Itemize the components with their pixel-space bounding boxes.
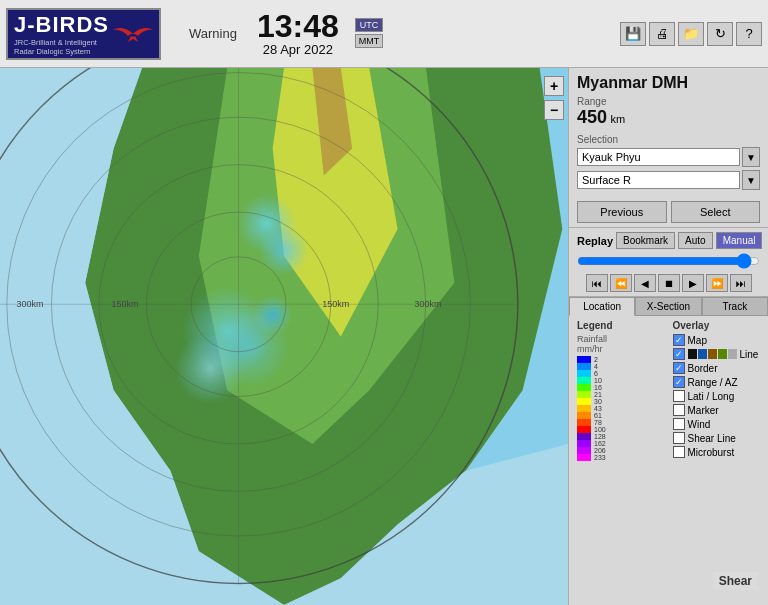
legend-value-item: 128 xyxy=(594,433,606,440)
overlay-item: Shear Line xyxy=(673,432,761,444)
refresh-icon[interactable]: ↻ xyxy=(707,22,733,46)
logo-title: J-BIRDS xyxy=(14,12,109,38)
mmt-button[interactable]: MMT xyxy=(355,34,384,48)
overlay-checkbox[interactable] xyxy=(673,390,685,402)
tab-location[interactable]: Location xyxy=(569,297,635,316)
station-name: Myanmar DMH xyxy=(569,68,768,94)
overlay-checkbox[interactable]: ✓ xyxy=(673,348,685,360)
replay-section: Replay Bookmark Auto Manual ⏮ ⏪ ◀ ⏹ ▶ ⏩ … xyxy=(569,227,768,296)
print-icon[interactable]: 🖨 xyxy=(649,22,675,46)
folder-icon[interactable]: 📁 xyxy=(678,22,704,46)
overlay-item-label: Wind xyxy=(688,419,711,430)
fast-forward-button[interactable]: ⏩ xyxy=(706,274,728,292)
legend-title: Legend xyxy=(577,320,665,331)
legend-subtitle: Rainfallmm/hr xyxy=(577,334,665,354)
color-bar-item xyxy=(577,370,591,377)
overlay-checkbox[interactable]: ✓ xyxy=(673,334,685,346)
legend-values: 23320616212810078614330211610642 xyxy=(594,356,606,461)
logo-area: J-BIRDS JRC-Brilliant & Intelligent Rada… xyxy=(6,8,161,60)
overlay-item-label: Line xyxy=(740,349,759,360)
select-button[interactable]: Select xyxy=(671,201,761,223)
legend-bar: 23320616212810078614330211610642 xyxy=(577,356,665,461)
overlay-item-label: Marker xyxy=(688,405,719,416)
color-bar-item xyxy=(577,426,591,433)
data-assistance-section: Location X-Section Track xyxy=(569,296,768,316)
manual-button[interactable]: Manual xyxy=(716,232,763,249)
play-button[interactable]: ▶ xyxy=(682,274,704,292)
location1-row: Kyauk Phyu ▼ xyxy=(577,147,760,167)
warning-area: Warning xyxy=(189,26,237,41)
stop-button[interactable]: ⏹ xyxy=(658,274,680,292)
overlay-checkbox[interactable]: ✓ xyxy=(673,376,685,388)
overlay-item: ✓Map xyxy=(673,334,761,346)
legend-value-item: 162 xyxy=(594,440,606,447)
nav-buttons: Previous Select xyxy=(569,197,768,227)
legend-value-item: 21 xyxy=(594,391,606,398)
zoom-in-button[interactable]: + xyxy=(544,76,564,96)
color-bar-item xyxy=(577,405,591,412)
tab-xsection[interactable]: X-Section xyxy=(635,297,701,316)
auto-button[interactable]: Auto xyxy=(678,232,713,249)
legend-section: Legend Rainfallmm/hr 2332061621281007861… xyxy=(569,316,768,465)
legend-value-item: 10 xyxy=(594,377,606,384)
range-section: Range 450 km xyxy=(569,94,768,130)
step-back-button[interactable]: ◀ xyxy=(634,274,656,292)
replay-label: Replay xyxy=(577,235,613,247)
replay-slider[interactable] xyxy=(577,255,760,267)
data-assistance-tabs: Location X-Section Track xyxy=(569,297,768,316)
legend-value-item: 233 xyxy=(594,454,606,461)
utc-button[interactable]: UTC xyxy=(355,18,384,32)
line-swatch xyxy=(718,349,727,359)
overlay-item: ✓Border xyxy=(673,362,761,374)
color-bar-item xyxy=(577,412,591,419)
overlay-item-label: Border xyxy=(688,363,718,374)
previous-button[interactable]: Previous xyxy=(577,201,667,223)
color-bar-item xyxy=(577,356,591,363)
location1-dropdown[interactable]: ▼ xyxy=(742,147,760,167)
color-bar-item xyxy=(577,391,591,398)
range-unit: km xyxy=(610,113,625,125)
legend-value-item: 100 xyxy=(594,426,606,433)
overlay-checkbox[interactable]: ✓ xyxy=(673,362,685,374)
save-icon[interactable]: 💾 xyxy=(620,22,646,46)
skip-end-button[interactable]: ⏭ xyxy=(730,274,752,292)
overlay-checkbox[interactable] xyxy=(673,404,685,416)
line-swatch xyxy=(688,349,697,359)
legend-value-item: 61 xyxy=(594,412,606,419)
line-swatch xyxy=(708,349,717,359)
toolbar-icons: 💾 🖨 📁 ↻ ? xyxy=(620,22,762,46)
legend-column: Legend Rainfallmm/hr 2332061621281007861… xyxy=(577,320,665,461)
color-bar-item xyxy=(577,447,591,454)
zoom-out-button[interactable]: − xyxy=(544,100,564,120)
main-content: + − Myanmar DMH Range 450 km Selection K… xyxy=(0,68,768,605)
location2-field[interactable]: Surface R xyxy=(577,171,740,189)
overlay-item: Marker xyxy=(673,404,761,416)
skip-start-button[interactable]: ⏮ xyxy=(586,274,608,292)
overlay-checkbox[interactable] xyxy=(673,432,685,444)
overlay-items: ✓Map✓Line✓Border✓Range / AZLati / LongMa… xyxy=(673,334,761,458)
replay-slider-area xyxy=(577,253,760,272)
help-icon[interactable]: ? xyxy=(736,22,762,46)
tab-track[interactable]: Track xyxy=(702,297,768,316)
radar-canvas xyxy=(0,68,568,605)
legend-value-item: 2 xyxy=(594,356,606,363)
overlay-checkbox[interactable] xyxy=(673,418,685,430)
utc-mmt-area: UTC MMT xyxy=(355,18,384,50)
location2-dropdown[interactable]: ▼ xyxy=(742,170,760,190)
legend-value-item: 6 xyxy=(594,370,606,377)
time-display: 13:48 xyxy=(257,10,339,42)
overlay-checkbox[interactable] xyxy=(673,446,685,458)
location1-field[interactable]: Kyauk Phyu xyxy=(577,148,740,166)
overlay-item: Lati / Long xyxy=(673,390,761,402)
time-area: 13:48 28 Apr 2022 xyxy=(257,10,339,57)
logo-box: J-BIRDS JRC-Brilliant & Intelligent Rada… xyxy=(6,8,161,60)
color-bar-item xyxy=(577,384,591,391)
bookmark-button[interactable]: Bookmark xyxy=(616,232,675,249)
replay-header: Replay Bookmark Auto Manual xyxy=(577,232,760,249)
legend-value-item: 16 xyxy=(594,384,606,391)
color-bar-item xyxy=(577,433,591,440)
overlay-item-label: Lati / Long xyxy=(688,391,735,402)
rewind-button[interactable]: ⏪ xyxy=(610,274,632,292)
overlay-item: Wind xyxy=(673,418,761,430)
shear-label: Shear xyxy=(713,572,758,590)
